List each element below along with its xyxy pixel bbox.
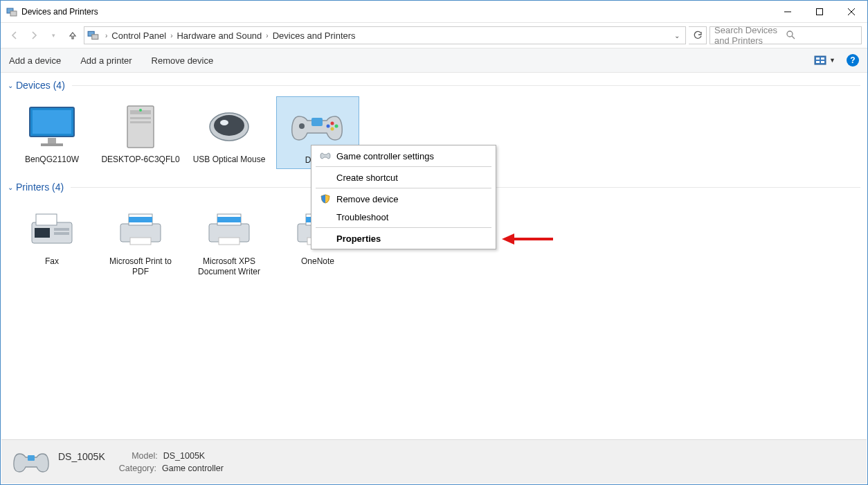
svg-point-8 (787, 31, 793, 37)
mouse-icon (189, 100, 269, 152)
up-button[interactable] (64, 27, 81, 44)
chevron-right-icon: › (266, 32, 268, 39)
context-menu-label: Game controller settings (336, 151, 434, 161)
search-input[interactable]: Search Devices and Printers (709, 26, 862, 44)
breadcrumb-devices-printers[interactable]: Devices and Printers (273, 30, 356, 41)
svg-rect-41 (130, 238, 151, 245)
breadcrumb-bar[interactable]: › Control Panel › Hardware and Sound › D… (84, 26, 686, 44)
status-category-value: Game controller (162, 464, 224, 473)
printer-item-xps[interactable]: Microsoft XPS Document Writer (188, 198, 271, 280)
content-area: ⌄ Devices (4) BenQG2110W DESKTOP-6C3QFL0… (1, 73, 867, 439)
search-placeholder: Search Devices and Printers (714, 25, 786, 46)
history-dropdown-icon[interactable]: ⌄ (674, 32, 680, 39)
context-menu-label: Troubleshoot (336, 212, 388, 222)
minimize-button[interactable] (772, 1, 804, 22)
device-label: DESKTOP-6C3QFL0 (100, 155, 181, 165)
search-icon (786, 30, 857, 42)
title-bar: Devices and Printers (1, 1, 867, 23)
printer-label: Microsoft XPS Document Writer (189, 256, 269, 277)
menu-separator (316, 227, 491, 228)
context-menu-create-shortcut[interactable]: Create shortcut (311, 168, 496, 186)
printer-label: Fax (12, 256, 92, 267)
device-item-mouse[interactable]: USB Optical Mouse (188, 96, 271, 169)
window-title: Devices and Printers (21, 7, 772, 17)
svg-rect-27 (311, 118, 323, 126)
svg-rect-7 (92, 35, 98, 39)
group-header-devices[interactable]: ⌄ Devices (4) (8, 80, 860, 91)
context-menu-game-controller-settings[interactable]: Game controller settings (311, 147, 496, 165)
context-menu-label: Create shortcut (336, 173, 398, 183)
svg-rect-18 (41, 143, 63, 146)
details-pane: DS_1005K Model: DS_1005K Category: Game … (1, 439, 867, 484)
command-bar: Add a device Add a printer Remove device… (1, 48, 867, 73)
svg-point-31 (331, 127, 334, 131)
menu-separator (316, 166, 491, 167)
add-printer-button[interactable]: Add a printer (80, 55, 132, 66)
breadcrumb-hardware-sound[interactable]: Hardware and Sound (177, 30, 262, 41)
annotation-arrow (500, 231, 556, 250)
svg-point-32 (327, 125, 330, 128)
gamepad-icon (11, 448, 47, 476)
recent-dropdown-icon[interactable]: ▾ (45, 27, 62, 44)
gamepad-small-icon (320, 150, 331, 161)
chevron-down-icon: ▼ (829, 57, 835, 64)
svg-rect-16 (33, 110, 71, 134)
monitor-icon (12, 100, 92, 152)
svg-rect-40 (129, 217, 152, 222)
chevron-right-icon: › (105, 32, 107, 39)
context-menu-properties[interactable]: Properties (311, 229, 496, 247)
svg-rect-17 (48, 138, 56, 143)
device-label: USB Optical Mouse (189, 155, 269, 165)
shield-icon (320, 193, 331, 204)
svg-point-21 (139, 109, 142, 112)
devices-printers-icon (6, 6, 17, 17)
view-options-button[interactable]: ▼ (814, 55, 835, 65)
device-item-desktop[interactable]: DESKTOP-6C3QFL0 (99, 96, 182, 169)
svg-rect-11 (816, 58, 820, 60)
group-title-devices: Devices (4) (16, 80, 65, 91)
svg-rect-3 (817, 8, 823, 15)
svg-line-9 (792, 36, 795, 39)
svg-point-30 (335, 125, 338, 128)
status-model-value: DS_1005K (163, 451, 205, 462)
chevron-right-icon: › (170, 32, 172, 39)
svg-point-26 (220, 120, 228, 125)
svg-rect-44 (217, 217, 241, 222)
help-button[interactable]: ? (847, 54, 859, 67)
menu-separator (316, 188, 491, 188)
status-category-key: Category: (109, 464, 156, 473)
forward-button[interactable] (26, 27, 42, 44)
location-icon (87, 29, 100, 42)
refresh-button[interactable] (689, 26, 707, 44)
svg-marker-51 (502, 233, 514, 245)
close-button[interactable] (835, 1, 867, 22)
context-menu-remove-device[interactable]: Remove device (311, 190, 496, 208)
printer-icon (100, 202, 181, 254)
svg-rect-23 (130, 121, 151, 123)
printer-icon (189, 202, 269, 254)
tower-icon (100, 100, 181, 152)
printer-item-print-pdf[interactable]: Microsoft Print to PDF (99, 198, 182, 280)
breadcrumb-control-panel[interactable]: Control Panel (111, 30, 166, 41)
maximize-button[interactable] (804, 1, 835, 22)
device-label: BenQG2110W (12, 155, 92, 165)
context-menu-label: Remove device (336, 194, 399, 204)
back-button[interactable] (6, 27, 23, 44)
fax-icon (12, 202, 92, 254)
context-menu-troubleshoot[interactable]: Troubleshoot (311, 208, 496, 226)
device-item-monitor[interactable]: BenQG2110W (10, 96, 93, 169)
address-bar-row: ▾ › Control Panel › Hardware and Sound ›… (1, 23, 867, 48)
svg-rect-1 (10, 11, 17, 16)
printer-label: Microsoft Print to PDF (100, 256, 181, 277)
printer-item-fax[interactable]: Fax (10, 198, 93, 280)
context-menu-label: Properties (336, 233, 381, 244)
status-model-key: Model: (111, 451, 158, 462)
status-device-name: DS_1005K (58, 451, 105, 462)
svg-point-28 (299, 123, 305, 129)
svg-rect-34 (36, 214, 57, 225)
svg-point-25 (214, 115, 244, 136)
add-device-button[interactable]: Add a device (9, 55, 61, 66)
remove-device-button[interactable]: Remove device (152, 55, 214, 66)
svg-point-29 (331, 122, 334, 125)
printer-label: OneNote (278, 256, 358, 267)
